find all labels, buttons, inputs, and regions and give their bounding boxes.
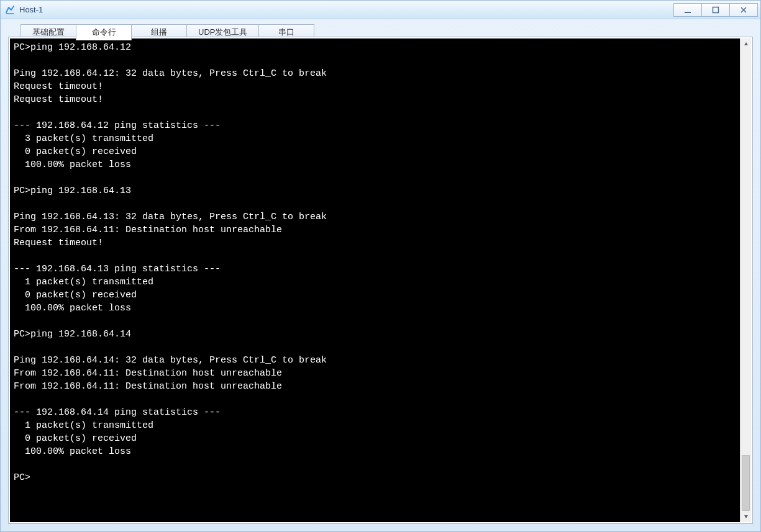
content-area: PC>ping 192.168.64.12 Ping 192.168.64.12…	[8, 37, 753, 524]
scroll-down-arrow-icon[interactable]	[740, 511, 751, 522]
scroll-up-arrow-icon[interactable]	[740, 38, 751, 50]
close-icon	[740, 6, 747, 14]
tab-label: 命令行	[92, 27, 116, 38]
maximize-icon	[712, 6, 719, 14]
tab-command-line[interactable]: 命令行	[76, 24, 132, 40]
svg-rect-0	[685, 12, 691, 13]
scrollbar-track[interactable]	[740, 50, 751, 511]
scrollbar-thumb[interactable]	[742, 455, 750, 511]
app-icon	[4, 4, 16, 16]
svg-rect-1	[713, 7, 719, 12]
titlebar[interactable]: Host-1	[1, 1, 760, 19]
app-window: Host-1 基础配置 命令行 组播 UDP发包工具 串口 PC>ping 19…	[0, 0, 761, 532]
minimize-button[interactable]	[673, 3, 702, 17]
terminal-wrap: PC>ping 192.168.64.12 Ping 192.168.64.12…	[8, 37, 753, 524]
scrollbar[interactable]	[740, 38, 751, 522]
tabs-row: 基础配置 命令行 组播 UDP发包工具 串口	[1, 19, 760, 37]
maximize-button[interactable]	[701, 3, 730, 17]
terminal[interactable]: PC>ping 192.168.64.12 Ping 192.168.64.12…	[10, 38, 740, 522]
window-title: Host-1	[19, 5, 674, 14]
minimize-icon	[684, 6, 691, 14]
window-controls	[674, 3, 758, 17]
close-button[interactable]	[729, 3, 758, 17]
